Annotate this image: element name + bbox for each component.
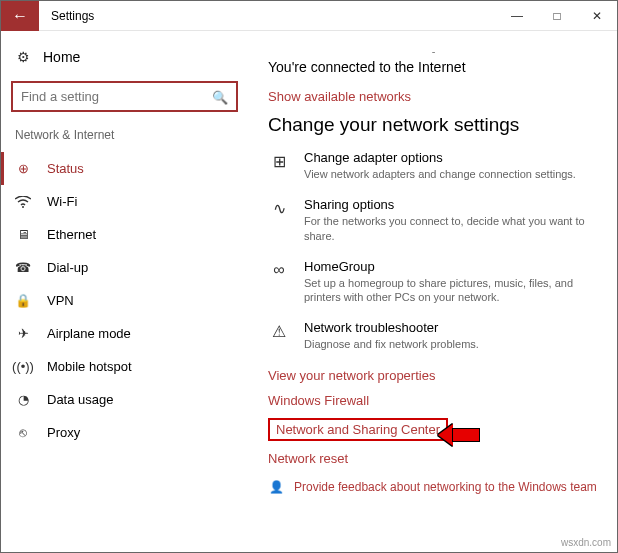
vpn-icon: 🔒 <box>15 293 31 308</box>
ethernet-icon: 🖥 <box>15 227 31 242</box>
feedback-label: Provide feedback about networking to the… <box>294 480 597 494</box>
feedback-row[interactable]: 👤 Provide feedback about networking to t… <box>268 480 599 494</box>
data-usage-icon: ◔ <box>15 392 31 407</box>
sidebar-category: Network & Internet <box>1 124 248 152</box>
sidebar-item-label: VPN <box>47 293 74 308</box>
sidebar-item-hotspot[interactable]: ((•)) Mobile hotspot <box>1 350 248 383</box>
homegroup-icon: ∞ <box>268 261 290 279</box>
option-desc: View network adapters and change connect… <box>304 167 576 181</box>
minimize-button[interactable]: — <box>497 1 537 31</box>
sidebar-item-label: Data usage <box>47 392 114 407</box>
sidebar-item-wifi[interactable]: Wi-Fi <box>1 185 248 218</box>
sidebar-item-proxy[interactable]: ⎋ Proxy <box>1 416 248 449</box>
option-sharing[interactable]: ∿ Sharing options For the networks you c… <box>268 197 599 243</box>
link-view-properties[interactable]: View your network properties <box>268 368 435 383</box>
sidebar-item-label: Dial-up <box>47 260 88 275</box>
option-desc: For the networks you connect to, decide … <box>304 214 599 243</box>
main-pane: - You're connected to the Internet Show … <box>248 31 617 552</box>
option-title: HomeGroup <box>304 259 599 274</box>
hotspot-icon: ((•)) <box>15 359 31 374</box>
watermark: wsxdn.com <box>561 537 611 548</box>
proxy-icon: ⎋ <box>15 425 31 440</box>
section-heading: Change your network settings <box>268 114 599 136</box>
sidebar-item-status[interactable]: ⊕ Status <box>1 152 248 185</box>
sharing-icon: ∿ <box>268 199 290 218</box>
back-arrow-icon: ← <box>12 7 28 25</box>
wifi-icon <box>15 196 31 208</box>
sidebar-item-label: Ethernet <box>47 227 96 242</box>
option-troubleshooter[interactable]: ⚠ Network troubleshooter Diagnose and fi… <box>268 320 599 351</box>
window-title: Settings <box>51 9 94 23</box>
connection-status: You're connected to the Internet <box>268 59 599 75</box>
gear-icon: ⚙ <box>15 49 31 65</box>
search-wrap: 🔍 <box>11 81 238 112</box>
option-desc: Set up a homegroup to share pictures, mu… <box>304 276 599 305</box>
sidebar-item-airplane[interactable]: ✈ Airplane mode <box>1 317 248 350</box>
close-button[interactable]: ✕ <box>577 1 617 31</box>
highlight-box: Network and Sharing Center <box>268 418 448 441</box>
back-button[interactable]: ← <box>1 1 39 31</box>
option-change-adapter[interactable]: ⊞ Change adapter options View network ad… <box>268 150 599 181</box>
link-network-reset[interactable]: Network reset <box>268 451 348 466</box>
maximize-button[interactable]: □ <box>537 1 577 31</box>
content-area: ⚙ Home 🔍 Network & Internet ⊕ Status Wi-… <box>1 31 617 552</box>
sidebar-item-label: Proxy <box>47 425 80 440</box>
sidebar-item-label: Mobile hotspot <box>47 359 132 374</box>
sidebar-item-vpn[interactable]: 🔒 VPN <box>1 284 248 317</box>
sidebar-item-label: Airplane mode <box>47 326 131 341</box>
status-icon: ⊕ <box>15 161 31 176</box>
sidebar: ⚙ Home 🔍 Network & Internet ⊕ Status Wi-… <box>1 31 248 552</box>
airplane-icon: ✈ <box>15 326 31 341</box>
link-show-networks[interactable]: Show available networks <box>268 89 411 104</box>
feedback-icon: 👤 <box>268 480 284 494</box>
link-network-sharing-center[interactable]: Network and Sharing Center <box>276 422 440 437</box>
search-input[interactable] <box>13 83 236 110</box>
option-homegroup[interactable]: ∞ HomeGroup Set up a homegroup to share … <box>268 259 599 305</box>
collapsed-indicator: - <box>268 45 599 57</box>
sidebar-item-label: Wi-Fi <box>47 194 77 209</box>
adapter-icon: ⊞ <box>268 152 290 171</box>
sidebar-nav: ⊕ Status Wi-Fi 🖥 Ethernet ☎ Dial-up 🔒 VP… <box>1 152 248 449</box>
option-title: Sharing options <box>304 197 599 212</box>
sidebar-item-ethernet[interactable]: 🖥 Ethernet <box>1 218 248 251</box>
search-icon: 🔍 <box>212 89 228 104</box>
dialup-icon: ☎ <box>15 260 31 275</box>
sidebar-item-label: Status <box>47 161 84 176</box>
option-desc: Diagnose and fix network problems. <box>304 337 479 351</box>
troubleshoot-icon: ⚠ <box>268 322 290 341</box>
sidebar-item-data-usage[interactable]: ◔ Data usage <box>1 383 248 416</box>
link-windows-firewall[interactable]: Windows Firewall <box>268 393 369 408</box>
sidebar-home[interactable]: ⚙ Home <box>1 41 248 73</box>
svg-point-0 <box>22 206 24 208</box>
option-title: Change adapter options <box>304 150 576 165</box>
titlebar: ← Settings — □ ✕ <box>1 1 617 31</box>
sidebar-home-label: Home <box>43 49 80 65</box>
sidebar-item-dialup[interactable]: ☎ Dial-up <box>1 251 248 284</box>
window-controls: — □ ✕ <box>497 1 617 31</box>
option-title: Network troubleshooter <box>304 320 479 335</box>
